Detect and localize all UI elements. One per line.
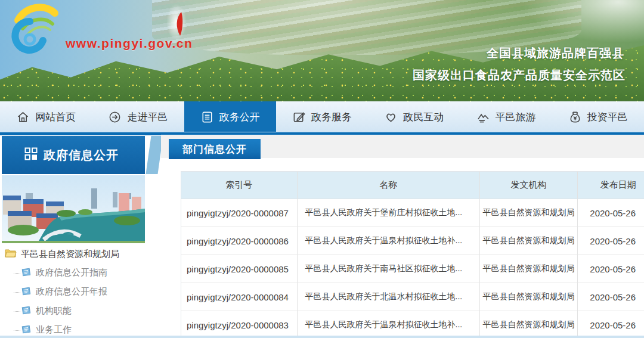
nav-item-label: 政务公开	[219, 110, 260, 124]
tab-department-disclosure[interactable]: 部门信息公开	[169, 139, 261, 159]
cell-org: 平邑县自然资源和规划局	[480, 255, 578, 283]
cell-name-link[interactable]: 平邑县人民政府关于温泉村拟征收土地补...	[298, 311, 480, 338]
pingyi-logo-icon	[5, 0, 63, 63]
cell-org: 平邑县自然资源和规划局	[480, 227, 578, 255]
nav-item-about[interactable]: 走进平邑	[92, 101, 184, 132]
column-header-org: 发文机构	[480, 172, 578, 199]
grid-icon	[24, 147, 38, 163]
red-crescent-decoration	[173, 11, 186, 37]
money-bag-icon	[568, 110, 582, 124]
tree-connector	[14, 311, 20, 312]
note-icon	[21, 268, 31, 278]
document-icon	[200, 110, 214, 124]
open-folder-icon	[5, 248, 17, 260]
nav-item-label: 走进平邑	[127, 110, 168, 124]
cell-date: 2020-05-26	[578, 199, 644, 227]
table-row: pingyigtzyj/2020-0000083 平邑县人民政府关于温泉村拟征收…	[181, 311, 644, 338]
arrow-circle-icon	[108, 110, 122, 124]
cell-name-link[interactable]: 平邑县人民政府关于温泉村拟征收土地补...	[298, 227, 480, 255]
table-row: pingyigtzyj/2020-0000087 平邑县人民政府关于堡前庄村拟征…	[181, 199, 644, 227]
banner-slogan-2: 国家级出口食品农产品质量安全示范区	[413, 67, 626, 83]
disclosure-table: 索引号 名称 发文机构 发布日期 pingyigtzyj/2020-000008…	[181, 171, 644, 338]
nav-item-gov-services[interactable]: 政务服务	[276, 101, 368, 132]
main-nav: 网站首页 走进平邑 政务公开 政务服务 政民互动 平邑旅游 投资平邑	[0, 101, 644, 132]
cell-org: 平邑县自然资源和规划局	[480, 199, 578, 227]
tree-item-annual-report[interactable]: 政府信息公开年报	[1, 283, 156, 302]
cell-index: pingyigtzyj/2020-0000084	[181, 283, 298, 311]
table-header-row: 索引号 名称 发文机构 发布日期	[181, 172, 644, 199]
tree-item-label: 业务工作	[36, 324, 72, 336]
tree-connector	[14, 330, 20, 331]
cell-org: 平邑县自然资源和规划局	[480, 283, 578, 311]
tree-root-bureau[interactable]: 平邑县自然资源和规划局	[1, 246, 156, 263]
cell-index: pingyigtzyj/2020-0000086	[181, 227, 298, 255]
cell-index: pingyigtzyj/2020-0000085	[181, 255, 298, 283]
cell-date: 2020-05-26	[578, 311, 644, 338]
nav-item-interaction[interactable]: 政民互动	[368, 101, 460, 132]
nav-item-invest[interactable]: 投资平邑	[552, 101, 644, 132]
sidebar-tree: 平邑县自然资源和规划局 政府信息公开指南 政府信息公开年报 机构职能 业务工作 …	[1, 246, 156, 338]
cell-name-link[interactable]: 平邑县人民政府关于堡前庄村拟征收土地...	[298, 199, 480, 227]
pingyi-gov-page: www.pingyi.gov.cn 全国县域旅游品牌百强县 国家级出口食品农产品…	[0, 0, 644, 338]
nav-item-label: 政民互动	[403, 110, 444, 124]
site-banner: www.pingyi.gov.cn 全国县域旅游品牌百强县 国家级出口食品农产品…	[0, 0, 644, 101]
cell-date: 2020-05-26	[578, 255, 644, 283]
cell-index: pingyigtzyj/2020-0000083	[181, 311, 298, 338]
table-row: pingyigtzyj/2020-0000085 平邑县人民政府关于南马社区拟征…	[181, 255, 644, 283]
edit-icon	[292, 110, 306, 124]
home-icon	[16, 110, 30, 124]
tree-connector	[14, 292, 20, 293]
sidebar-header: 政府信息公开	[2, 136, 145, 174]
cell-date: 2020-05-26	[578, 283, 644, 311]
tree-item-label: 政府信息公开年报	[36, 286, 107, 297]
tree-item-guide[interactable]: 政府信息公开指南	[1, 263, 156, 283]
tree-root-label: 平邑县自然资源和规划局	[21, 249, 119, 260]
sidebar-title: 政府信息公开	[44, 147, 119, 163]
site-url-text: www.pingyi.gov.cn	[66, 36, 193, 51]
heart-icon	[384, 110, 398, 124]
tree-item-label: 政府信息公开指南	[36, 267, 107, 278]
cell-name-link[interactable]: 平邑县人民政府关于南马社区拟征收土地...	[298, 255, 480, 283]
cell-index: pingyigtzyj/2020-0000087	[181, 199, 298, 227]
column-header-name: 名称	[298, 172, 480, 199]
banner-slogan-1: 全国县域旅游品牌百强县	[487, 45, 624, 61]
cell-org: 平邑县自然资源和规划局	[480, 311, 578, 338]
nav-item-tourism[interactable]: 平邑旅游	[460, 101, 552, 132]
mountain-icon	[476, 110, 490, 124]
nav-item-home[interactable]: 网站首页	[0, 101, 92, 132]
page-bottom-strip	[0, 336, 644, 338]
nav-item-label: 网站首页	[35, 110, 76, 124]
cell-date: 2020-05-26	[578, 227, 644, 255]
column-header-index: 索引号	[181, 172, 298, 199]
tree-item-functions[interactable]: 机构职能	[1, 302, 156, 321]
column-header-date: 发布日期	[578, 172, 644, 199]
tree-item-label: 机构职能	[36, 305, 72, 317]
nav-item-label: 平邑旅游	[496, 110, 536, 124]
city-photo	[2, 175, 145, 243]
table-row: pingyigtzyj/2020-0000084 平邑县人民政府关于北温水村拟征…	[181, 283, 644, 311]
table-row: pingyigtzyj/2020-0000086 平邑县人民政府关于温泉村拟征收…	[181, 227, 644, 255]
note-icon	[21, 287, 31, 297]
tree-connector	[14, 273, 20, 274]
cell-name-link[interactable]: 平邑县人民政府关于北温水村拟征收土地...	[298, 283, 480, 311]
note-icon	[21, 306, 31, 317]
note-icon	[21, 325, 31, 336]
nav-item-label: 政务服务	[311, 110, 352, 124]
nav-item-gov-disclosure[interactable]: 政务公开	[184, 101, 276, 132]
nav-item-label: 投资平邑	[587, 110, 628, 124]
